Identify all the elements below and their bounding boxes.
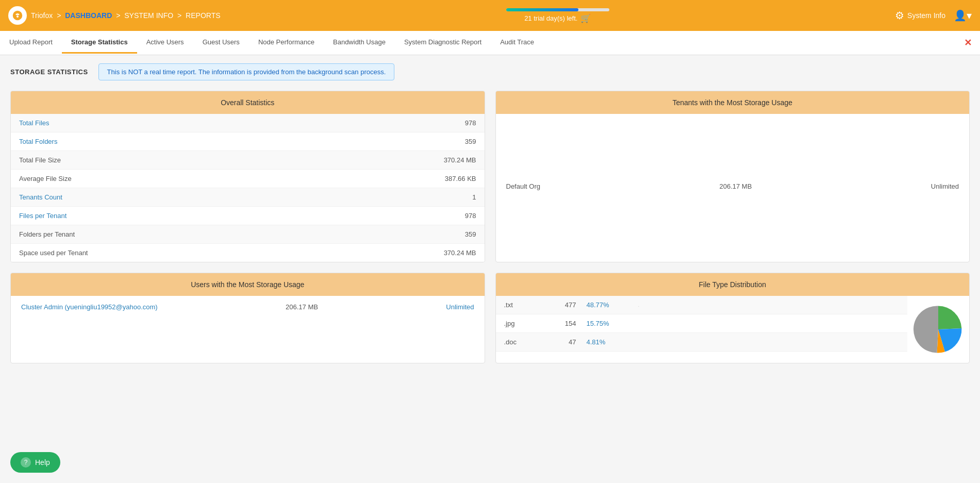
stat-value-folders-per-tenant: 359 [465, 230, 476, 238]
file-type-count-doc: 47 [545, 338, 587, 346]
file-type-pct-doc: 4.81% [587, 338, 638, 346]
tenant-name-default-org: Default Org [506, 182, 540, 190]
tab-storage-statistics[interactable]: Storage Statistics [62, 32, 137, 54]
user-limit-cluster-admin: Unlimited [446, 303, 474, 311]
stat-label-space-per-tenant: Space used per Tenant [19, 249, 88, 257]
users-storage-header: Users with the Most Storage Usage [11, 273, 485, 296]
notice-banner: This is NOT a real time report. The info… [98, 63, 395, 80]
logo-icon [8, 6, 27, 25]
overall-statistics-body: Total Files 978 Total Folders 359 Total … [11, 114, 485, 262]
file-type-row-doc: .doc 47 4.81% [496, 333, 908, 352]
stat-row-folders-per-tenant: Folders per Tenant 359 [11, 225, 485, 244]
stat-label-files-per-tenant: Files per Tenant [19, 212, 67, 220]
header: Triofox > DASHBOARD > SYSTEM INFO > REPO… [0, 0, 980, 31]
tenants-storage-header: Tenants with the Most Storage Usage [496, 91, 970, 114]
user-account-icon[interactable]: 👤▾ [954, 9, 972, 22]
cart-icon[interactable]: 🛒 [580, 13, 591, 23]
file-type-row-txt: .txt 477 48.77% . [496, 296, 908, 314]
tenant-row-default-org: Default Org 206.17 MB Unlimited [496, 175, 970, 197]
file-type-bar-txt: . [638, 302, 900, 308]
tabs-bar: Upload Report Storage Statistics Active … [0, 31, 980, 55]
page-header: STORAGE STATISTICS This is NOT a real ti… [10, 63, 970, 80]
system-info-label: System Info [907, 11, 945, 20]
file-type-ext-doc: .doc [504, 338, 545, 346]
file-types-table: .txt 477 48.77% . .jpg 154 15.75% . [496, 296, 908, 363]
pie-chart [912, 301, 964, 358]
stat-label-average-file-size: Average File Size [19, 175, 72, 182]
tenant-size-default-org: 206.17 MB [719, 182, 752, 190]
tenants-storage-card: Tenants with the Most Storage Usage Defa… [495, 91, 970, 262]
file-type-pct-txt: 48.77% [587, 301, 638, 309]
header-right: ⚙ System Info 👤▾ [895, 9, 972, 22]
tab-upload-report[interactable]: Upload Report [0, 32, 62, 54]
crumb-reports[interactable]: REPORTS [186, 11, 220, 20]
file-type-pct-jpg: 15.75% [587, 320, 638, 327]
cards-grid: Overall Statistics Total Files 978 Total… [10, 91, 970, 363]
trial-progress-bar [506, 8, 609, 11]
overall-statistics-card: Overall Statistics Total Files 978 Total… [10, 91, 485, 262]
stat-value-space-per-tenant: 370.24 MB [444, 249, 476, 257]
user-size-cluster-admin: 206.17 MB [286, 303, 318, 311]
file-type-ext-jpg: .jpg [504, 320, 545, 327]
tenants-storage-body: Default Org 206.17 MB Unlimited [496, 114, 970, 258]
stat-row-tenants-count: Tenants Count 1 [11, 188, 485, 207]
stat-row-total-folders: Total Folders 359 [11, 132, 485, 151]
breadcrumb: Triofox > DASHBOARD > SYSTEM INFO > REPO… [31, 11, 221, 20]
file-type-distribution-body: .txt 477 48.77% . .jpg 154 15.75% . [496, 296, 970, 363]
crumb-system-info[interactable]: SYSTEM INFO [124, 11, 173, 20]
file-type-count-txt: 477 [545, 301, 587, 309]
page-title: STORAGE STATISTICS [10, 68, 88, 76]
file-type-ext-txt: .txt [504, 301, 545, 309]
stat-value-tenants-count: 1 [472, 193, 476, 201]
stat-row-total-file-size: Total File Size 370.24 MB [11, 151, 485, 170]
trial-bar-fill [506, 8, 578, 11]
stat-label-total-file-size: Total File Size [19, 156, 61, 164]
tab-node-performance[interactable]: Node Performance [249, 32, 324, 54]
close-tab-button[interactable]: ✕ [956, 31, 980, 55]
trial-days-label: 21 trial day(s) left. [524, 14, 577, 22]
file-type-content: .txt 477 48.77% . .jpg 154 15.75% . [496, 296, 970, 363]
overall-statistics-header: Overall Statistics [11, 91, 485, 114]
tab-active-users[interactable]: Active Users [137, 32, 193, 54]
tab-guest-users[interactable]: Guest Users [193, 32, 249, 54]
file-type-distribution-header: File Type Distribution [496, 273, 970, 296]
stat-label-total-files: Total Files [19, 119, 49, 127]
header-left: Triofox > DASHBOARD > SYSTEM INFO > REPO… [8, 6, 221, 25]
system-info-button[interactable]: ⚙ System Info [895, 9, 945, 22]
svg-point-1 [16, 15, 19, 18]
stat-row-average-file-size: Average File Size 387.66 KB [11, 170, 485, 188]
stat-value-total-file-size: 370.24 MB [444, 156, 476, 164]
users-storage-body: Cluster Admin (yueningliu19952@yahoo.com… [11, 296, 485, 318]
stat-value-files-per-tenant: 978 [465, 212, 476, 220]
brand-label: Triofox [31, 11, 53, 20]
stat-value-total-files: 978 [465, 119, 476, 127]
stat-value-total-folders: 359 [465, 138, 476, 145]
file-type-row-jpg: .jpg 154 15.75% [496, 314, 908, 333]
stat-row-files-per-tenant: Files per Tenant 978 [11, 207, 485, 225]
stat-label-total-folders: Total Folders [19, 138, 57, 145]
user-name-cluster-admin: Cluster Admin (yueningliu19952@yahoo.com… [21, 303, 158, 311]
user-row-cluster-admin: Cluster Admin (yueningliu19952@yahoo.com… [11, 296, 485, 318]
stat-value-average-file-size: 387.66 KB [445, 175, 476, 182]
tab-system-diagnostic-report[interactable]: System Diagnostic Report [395, 32, 491, 54]
file-type-distribution-card: File Type Distribution .txt 477 48.77% .… [495, 273, 970, 363]
gear-icon: ⚙ [895, 9, 904, 22]
help-button[interactable]: ? Help [10, 452, 60, 473]
stat-row-space-per-tenant: Space used per Tenant 370.24 MB [11, 244, 485, 262]
tab-bandwidth-usage[interactable]: Bandwidth Usage [324, 32, 395, 54]
tenant-limit-default-org: Unlimited [931, 182, 959, 190]
crumb-dashboard[interactable]: DASHBOARD [65, 11, 112, 20]
pie-chart-area [907, 296, 969, 363]
users-storage-card: Users with the Most Storage Usage Cluste… [10, 273, 485, 363]
help-icon: ? [21, 457, 31, 468]
help-label: Help [35, 458, 50, 467]
file-type-count-jpg: 154 [545, 320, 587, 327]
stat-label-folders-per-tenant: Folders per Tenant [19, 230, 75, 238]
header-center: 21 trial day(s) left. 🛒 [506, 8, 609, 23]
page-content: STORAGE STATISTICS This is NOT a real ti… [0, 55, 980, 476]
trial-text: 21 trial day(s) left. 🛒 [524, 13, 591, 23]
stat-label-tenants-count: Tenants Count [19, 193, 62, 201]
tab-audit-trace[interactable]: Audit Trace [491, 32, 543, 54]
stat-row-total-files: Total Files 978 [11, 114, 485, 132]
